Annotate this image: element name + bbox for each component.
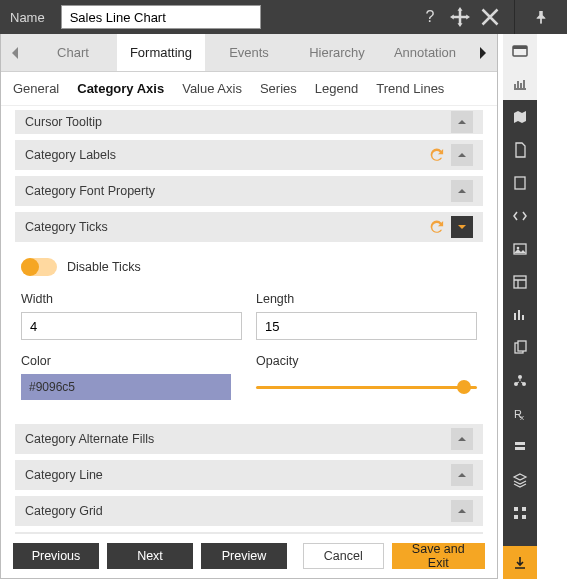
tab-hierarchy[interactable]: Hierarchy: [293, 34, 381, 71]
tabs-prev-icon[interactable]: [1, 34, 29, 71]
svg-text:x: x: [520, 413, 524, 422]
accordion-category-grid[interactable]: Category Grid: [15, 496, 483, 526]
previous-button[interactable]: Previous: [13, 543, 99, 569]
length-label: Length: [256, 292, 477, 306]
primary-tabs: Chart Formatting Events Hierarchy Annota…: [1, 34, 497, 72]
chevron-down-icon[interactable]: [451, 216, 473, 238]
opacity-slider[interactable]: [256, 374, 477, 400]
accordion-cursor-tooltip[interactable]: Cursor Tooltip: [15, 110, 483, 134]
accordion-category-line[interactable]: Category Line: [15, 460, 483, 490]
width-label: Width: [21, 292, 242, 306]
tabs-next-icon[interactable]: [469, 34, 497, 71]
svg-rect-17: [514, 515, 518, 519]
svg-rect-5: [514, 276, 526, 288]
svg-rect-14: [515, 447, 525, 450]
preview-button[interactable]: Preview: [201, 543, 287, 569]
close-icon[interactable]: [480, 7, 500, 27]
sidebar-layout-icon[interactable]: [503, 265, 537, 298]
secondary-tabs: General Category Axis Value Axis Series …: [1, 72, 497, 106]
sidebar-chart-icon[interactable]: [503, 67, 537, 100]
accordion-title: Category Alternate Fills: [25, 432, 451, 446]
subtab-series[interactable]: Series: [260, 81, 297, 96]
sidebar-rx-icon[interactable]: Rx: [503, 397, 537, 430]
chevron-up-icon[interactable]: [451, 464, 473, 486]
disable-ticks-label: Disable Ticks: [67, 260, 141, 274]
sidebar-image-icon[interactable]: [503, 232, 537, 265]
accordion-scroll[interactable]: Cursor Tooltip Category Labels Category …: [1, 106, 497, 534]
tool-sidebar: Rx: [503, 34, 537, 579]
save-button[interactable]: Save and Exit: [392, 543, 485, 569]
sidebar-card-icon[interactable]: [503, 34, 537, 67]
accordion-title: Category Ticks: [25, 220, 429, 234]
next-button[interactable]: Next: [107, 543, 193, 569]
cancel-button[interactable]: Cancel: [303, 543, 384, 569]
svg-rect-7: [518, 341, 526, 351]
opacity-label: Opacity: [256, 354, 477, 368]
accordion-category-title[interactable]: Category Title: [15, 532, 483, 534]
tab-chart[interactable]: Chart: [29, 34, 117, 71]
svg-rect-1: [513, 46, 527, 49]
svg-rect-2: [515, 177, 525, 189]
accordion-title: Category Line: [25, 468, 451, 482]
svg-rect-18: [522, 515, 526, 519]
accordion-title: Category Font Property: [25, 184, 451, 198]
svg-point-4: [517, 246, 520, 249]
editor-panel: Chart Formatting Events Hierarchy Annota…: [0, 34, 498, 579]
slider-thumb-icon[interactable]: [457, 380, 471, 394]
footer-bar: Previous Next Preview Cancel Save and Ex…: [1, 534, 497, 578]
tab-events[interactable]: Events: [205, 34, 293, 71]
accordion-title: Category Grid: [25, 504, 451, 518]
svg-rect-16: [522, 507, 526, 511]
refresh-icon[interactable]: [429, 147, 445, 163]
chevron-up-icon[interactable]: [451, 180, 473, 202]
accordion-category-ticks[interactable]: Category Ticks: [15, 212, 483, 242]
subtab-category-axis[interactable]: Category Axis: [77, 81, 164, 96]
sidebar-network-icon[interactable]: [503, 364, 537, 397]
accordion-title: Cursor Tooltip: [25, 115, 451, 129]
sidebar-layers-icon[interactable]: [503, 463, 537, 496]
subtab-value-axis[interactable]: Value Axis: [182, 81, 242, 96]
color-swatch[interactable]: #9096c5: [21, 374, 231, 400]
sidebar-map-icon[interactable]: [503, 100, 537, 133]
svg-rect-15: [514, 507, 518, 511]
sidebar-bars-icon[interactable]: [503, 298, 537, 331]
name-input[interactable]: [61, 5, 261, 29]
title-bar: Name ?: [0, 0, 567, 34]
refresh-icon[interactable]: [429, 219, 445, 235]
tab-annotation[interactable]: Annotation: [381, 34, 469, 71]
sidebar-download-icon[interactable]: [503, 546, 537, 579]
accordion-title: Category Labels: [25, 148, 429, 162]
help-icon[interactable]: ?: [420, 7, 440, 27]
sidebar-stack-icon[interactable]: [503, 430, 537, 463]
tab-formatting[interactable]: Formatting: [117, 34, 205, 71]
subtab-general[interactable]: General: [13, 81, 59, 96]
sidebar-code-icon[interactable]: [503, 199, 537, 232]
category-ticks-body: Disable Ticks Width Length Color #9: [15, 242, 483, 418]
chevron-up-icon[interactable]: [451, 111, 473, 133]
subtab-trend-lines[interactable]: Trend Lines: [376, 81, 444, 96]
sidebar-page-icon[interactable]: [503, 166, 537, 199]
chevron-up-icon[interactable]: [451, 428, 473, 450]
disable-ticks-toggle[interactable]: [21, 258, 57, 276]
svg-point-8: [518, 375, 522, 379]
accordion-category-labels[interactable]: Category Labels: [15, 140, 483, 170]
move-icon[interactable]: [450, 7, 470, 27]
chevron-up-icon[interactable]: [451, 500, 473, 522]
color-label: Color: [21, 354, 242, 368]
accordion-category-font[interactable]: Category Font Property: [15, 176, 483, 206]
chevron-up-icon[interactable]: [451, 144, 473, 166]
sidebar-doc-icon[interactable]: [503, 133, 537, 166]
sidebar-copy-icon[interactable]: [503, 331, 537, 364]
pin-icon[interactable]: [525, 7, 557, 27]
svg-rect-13: [515, 442, 525, 445]
sidebar-grid-icon[interactable]: [503, 496, 537, 529]
length-input[interactable]: [256, 312, 477, 340]
accordion-category-alt-fills[interactable]: Category Alternate Fills: [15, 424, 483, 454]
width-input[interactable]: [21, 312, 242, 340]
subtab-legend[interactable]: Legend: [315, 81, 358, 96]
name-label: Name: [10, 10, 45, 25]
